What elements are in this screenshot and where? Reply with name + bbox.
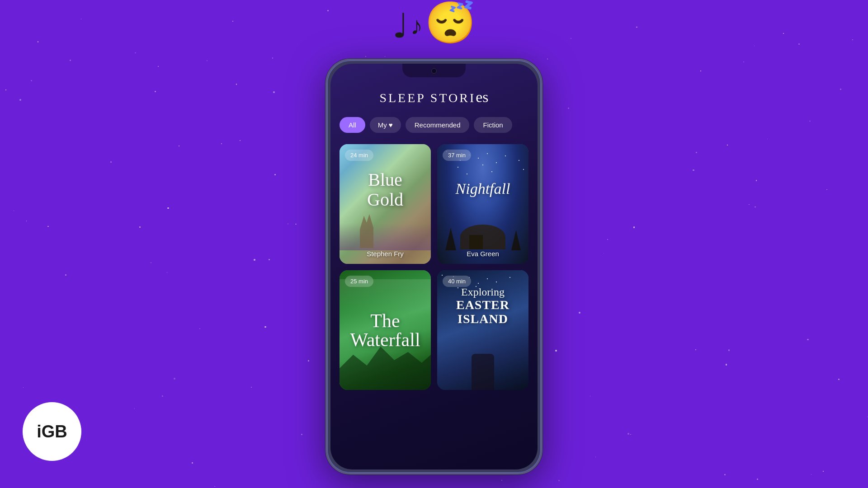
blue-gold-author: Stephen Fry: [340, 250, 431, 258]
tab-my[interactable]: My ♥: [370, 117, 401, 133]
nightfall-duration: 37 min: [443, 150, 471, 161]
story-cards-grid: 24 min BlueGold Stephen Fry: [340, 144, 528, 390]
phone-screen: SLEEP STORies All My ♥ Recommended Ficti…: [330, 64, 538, 469]
tab-all[interactable]: All: [340, 117, 365, 133]
tab-recommended[interactable]: Recommended: [406, 117, 470, 133]
app-content: SLEEP STORies All My ♥ Recommended Ficti…: [330, 80, 538, 469]
nightfall-author: Eva Green: [437, 250, 528, 258]
notch-camera: [431, 68, 437, 74]
igb-logo: iGB: [23, 402, 81, 461]
tab-fiction[interactable]: Fiction: [474, 117, 512, 133]
waterfall-title-text: TheWaterfall: [350, 310, 420, 350]
card-bg-nightfall: [437, 144, 528, 264]
moai-silhouette: [472, 354, 494, 390]
app-title: SLEEP STORies: [340, 89, 528, 106]
floating-icons: ♩ ♪ 😴: [392, 2, 476, 43]
easter-title-container: Exploring EASTER ISLAND: [437, 286, 528, 326]
phone-notch: [402, 64, 466, 77]
story-card-waterfall[interactable]: 25 min TheWaterfall: [340, 270, 431, 390]
igb-logo-text: iGB: [37, 422, 67, 441]
waterfall-duration: 25 min: [345, 276, 373, 287]
blue-gold-duration: 24 min: [345, 150, 373, 161]
app-title-cursive: es: [476, 89, 488, 105]
lavender-fields: [340, 223, 431, 250]
music-note-icon-2: ♪: [410, 14, 423, 38]
easter-main-title: EASTER ISLAND: [456, 298, 509, 326]
phone-frame: SLEEP STORies All My ♥ Recommended Ficti…: [326, 59, 542, 474]
nightfall-title: Nightfall: [437, 180, 528, 197]
easter-stars: [442, 275, 443, 276]
observatory-dome: [460, 225, 505, 249]
easter-exploring-text: Exploring: [437, 286, 528, 298]
story-card-blue-gold[interactable]: 24 min BlueGold Stephen Fry: [340, 144, 431, 264]
waterfall-title-container: TheWaterfall: [340, 311, 431, 349]
observatory-base: [469, 235, 483, 249]
filter-tabs: All My ♥ Recommended Fiction: [340, 117, 528, 133]
easter-duration: 40 min: [443, 276, 471, 287]
sleeping-face-icon: 😴: [425, 2, 476, 43]
story-card-easter-island[interactable]: 40 min Exploring EASTER ISLAND: [437, 270, 528, 390]
music-note-icon: ♩: [392, 9, 408, 43]
story-card-nightfall[interactable]: 37 min Nightfall Eva Green: [437, 144, 528, 264]
blue-gold-title: BlueGold: [340, 170, 431, 210]
